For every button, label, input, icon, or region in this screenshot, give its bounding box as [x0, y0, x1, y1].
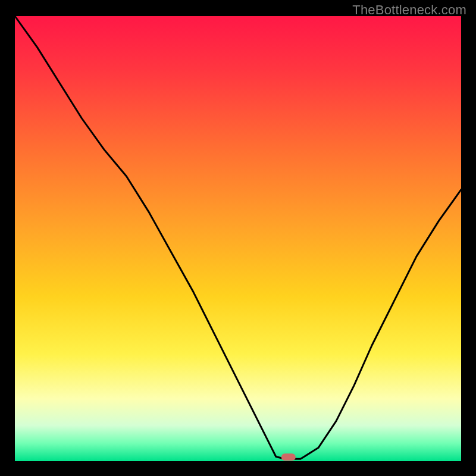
chart-svg: [0, 0, 476, 476]
optimum-marker: [281, 453, 296, 461]
bottleneck-curve: [15, 16, 461, 459]
plot-area: [15, 16, 461, 461]
chart-frame: TheBottleneck.com: [0, 0, 476, 476]
watermark-text: TheBottleneck.com: [352, 2, 466, 18]
